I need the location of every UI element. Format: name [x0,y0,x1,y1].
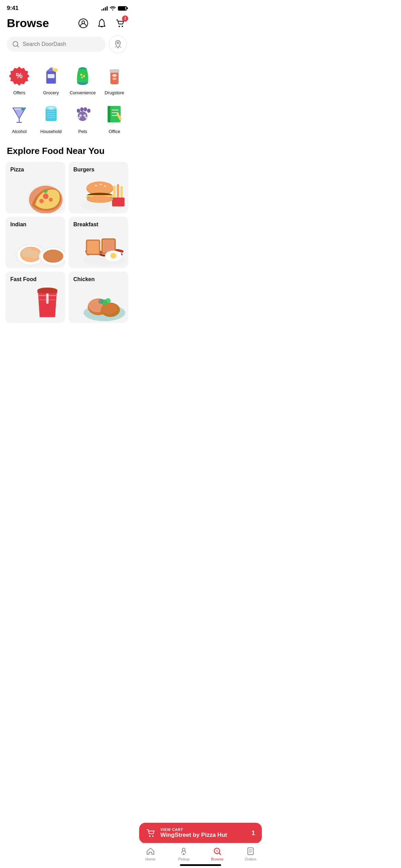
explore-section-title: Explore Food Near You [0,146,134,162]
alcohol-label: Alcohol [12,129,27,134]
food-card-fastfood[interactable]: Fast Food [5,272,65,323]
svg-point-5 [117,42,119,44]
account-button[interactable] [77,17,90,30]
category-offers[interactable]: % Offers [3,60,35,99]
svg-point-36 [84,107,87,111]
map-icon [113,40,122,49]
wifi-icon [110,6,116,11]
chicken-image [81,282,128,323]
category-office[interactable]: Office [99,99,131,137]
svg-point-51 [43,193,48,199]
map-button[interactable] [109,35,127,53]
battery-icon [118,6,127,11]
category-alcohol[interactable]: Alcohol [3,99,35,137]
convenience-label: Convenience [70,90,96,95]
search-input[interactable] [23,41,100,47]
category-pets[interactable]: Pets [67,99,99,137]
svg-point-94 [105,298,111,304]
svg-point-93 [98,299,103,304]
grocery-icon [39,63,63,87]
svg-point-3 [122,26,123,27]
svg-point-39 [84,114,86,117]
pets-icon [71,102,95,126]
svg-point-33 [78,111,87,121]
drugstore-icon [102,63,126,87]
food-label-breakfast: Breakfast [73,221,98,228]
cart-button[interactable]: 2 [114,17,127,30]
svg-point-18 [112,74,117,77]
svg-point-64 [99,184,102,185]
office-icon [102,102,126,126]
notification-button[interactable] [95,17,108,30]
status-bar: 9:41 [0,0,134,14]
search-row [0,35,134,60]
svg-point-37 [87,109,90,113]
category-grid: % Offers Grocery [0,60,134,146]
food-card-burgers[interactable]: Burgers [69,162,128,213]
category-convenience[interactable]: Convenience [67,60,99,99]
svg-rect-85 [39,299,56,300]
breakfast-image [81,226,128,268]
svg-point-75 [43,250,63,263]
food-card-chicken[interactable]: Chicken [69,272,128,323]
svg-point-38 [80,114,82,117]
status-icons [101,6,127,11]
svg-rect-43 [108,106,110,122]
office-label: Office [109,129,120,134]
svg-point-72 [29,250,39,258]
food-card-pizza[interactable]: Pizza [5,162,65,213]
food-label-burgers: Burgers [73,167,94,173]
svg-point-1 [82,21,85,24]
svg-point-2 [119,26,120,27]
category-grocery[interactable]: Grocery [35,60,67,99]
search-bar[interactable] [7,37,106,52]
offers-label: Offers [13,90,25,95]
category-household[interactable]: Household [35,99,67,137]
svg-point-15 [81,77,83,79]
svg-rect-60 [112,197,125,206]
svg-point-52 [39,199,44,203]
svg-rect-78 [87,241,99,254]
offers-icon: % [7,63,31,87]
food-card-indian[interactable]: Indian [5,217,65,268]
grocery-label: Grocery [43,90,59,95]
svg-rect-9 [48,74,54,78]
pizza-image [21,172,65,213]
food-label-indian: Indian [10,221,26,228]
household-icon [39,102,63,126]
svg-point-12 [78,70,87,81]
category-drugstore[interactable]: Drugstore [99,60,131,99]
status-time: 9:41 [7,5,19,12]
svg-point-55 [44,191,46,193]
svg-point-19 [112,78,117,80]
svg-point-63 [95,185,97,186]
svg-point-35 [80,107,84,111]
svg-point-34 [77,109,80,113]
drugstore-label: Drugstore [105,90,124,95]
pets-label: Pets [78,129,87,134]
svg-point-67 [87,195,113,203]
header: Browse 2 [0,14,134,35]
svg-point-65 [104,185,106,186]
alcohol-icon [7,102,31,126]
svg-point-40 [78,117,80,119]
page-title: Browse [7,16,49,30]
search-icon [12,41,19,48]
burger-image [77,170,128,214]
svg-point-28 [48,107,54,109]
food-label-fastfood: Fast Food [10,276,36,282]
header-icons: 2 [77,17,127,30]
indian-image [14,227,65,268]
svg-point-41 [85,117,87,119]
svg-point-86 [37,287,57,293]
svg-rect-84 [38,295,56,296]
fastfood-image [29,285,65,323]
food-label-chicken: Chicken [73,276,95,282]
svg-rect-17 [110,69,119,73]
svg-point-13 [80,74,82,76]
svg-text:%: % [16,71,23,80]
food-card-breakfast[interactable]: Breakfast [69,217,128,268]
cart-badge: 2 [122,15,128,22]
signal-icon [101,6,108,11]
food-label-pizza: Pizza [10,167,24,173]
